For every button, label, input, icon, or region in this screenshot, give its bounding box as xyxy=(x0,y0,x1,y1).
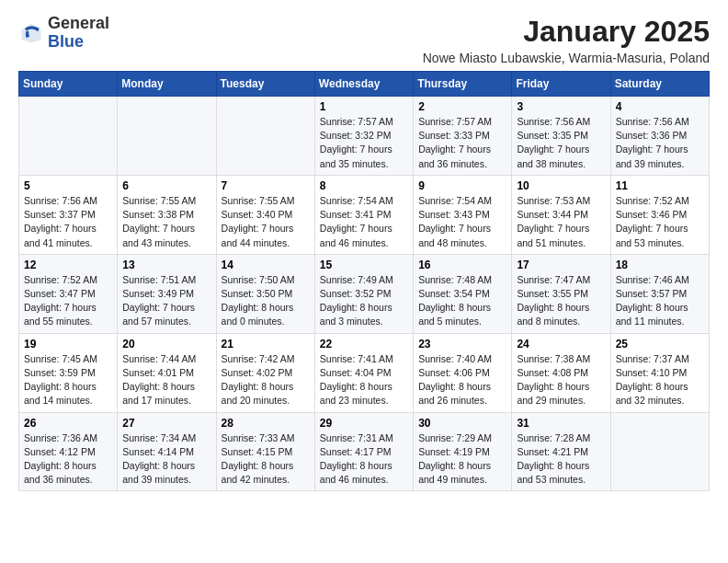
day-info: Sunrise: 7:57 AM Sunset: 3:32 PM Dayligh… xyxy=(320,115,408,171)
calendar-cell: 25Sunrise: 7:37 AM Sunset: 4:10 PM Dayli… xyxy=(610,333,709,412)
calendar-cell: 6Sunrise: 7:55 AM Sunset: 3:38 PM Daylig… xyxy=(118,175,216,254)
logo: General Blue xyxy=(18,15,109,52)
calendar-cell: 21Sunrise: 7:42 AM Sunset: 4:02 PM Dayli… xyxy=(216,333,314,412)
calendar-cell: 12Sunrise: 7:52 AM Sunset: 3:47 PM Dayli… xyxy=(19,254,118,333)
day-info: Sunrise: 7:55 AM Sunset: 3:40 PM Dayligh… xyxy=(222,194,310,250)
calendar-body: 1Sunrise: 7:57 AM Sunset: 3:32 PM Daylig… xyxy=(19,97,710,491)
day-number: 19 xyxy=(24,338,112,350)
calendar-cell: 7Sunrise: 7:55 AM Sunset: 3:40 PM Daylig… xyxy=(216,175,314,254)
day-number: 26 xyxy=(24,417,112,430)
day-number: 31 xyxy=(517,417,605,430)
day-number: 17 xyxy=(517,259,605,271)
calendar-cell: 9Sunrise: 7:54 AM Sunset: 3:43 PM Daylig… xyxy=(414,175,512,254)
calendar-week-4: 19Sunrise: 7:45 AM Sunset: 3:59 PM Dayli… xyxy=(19,333,710,412)
day-number: 1 xyxy=(320,100,408,113)
day-info: Sunrise: 7:56 AM Sunset: 3:37 PM Dayligh… xyxy=(24,194,112,250)
calendar-cell: 20Sunrise: 7:44 AM Sunset: 4:01 PM Dayli… xyxy=(118,333,216,412)
day-number: 27 xyxy=(122,417,210,430)
calendar-cell xyxy=(610,412,709,491)
calendar-cell: 24Sunrise: 7:38 AM Sunset: 4:08 PM Dayli… xyxy=(512,333,610,412)
calendar-cell: 22Sunrise: 7:41 AM Sunset: 4:04 PM Dayli… xyxy=(314,333,413,412)
calendar-cell: 26Sunrise: 7:36 AM Sunset: 4:12 PM Dayli… xyxy=(19,412,118,491)
day-number: 23 xyxy=(418,338,506,350)
calendar-cell: 5Sunrise: 7:56 AM Sunset: 3:37 PM Daylig… xyxy=(19,175,118,254)
weekday-header-thursday: Thursday xyxy=(414,72,512,97)
day-info: Sunrise: 7:34 AM Sunset: 4:14 PM Dayligh… xyxy=(122,431,210,488)
calendar-cell: 28Sunrise: 7:33 AM Sunset: 4:15 PM Dayli… xyxy=(216,412,314,491)
day-number: 24 xyxy=(517,338,605,350)
weekday-header-row: SundayMondayTuesdayWednesdayThursdayFrid… xyxy=(19,72,710,97)
day-info: Sunrise: 7:54 AM Sunset: 3:41 PM Dayligh… xyxy=(320,194,408,250)
day-number: 6 xyxy=(122,179,210,192)
day-number: 29 xyxy=(320,417,408,430)
day-info: Sunrise: 7:48 AM Sunset: 3:54 PM Dayligh… xyxy=(418,273,506,329)
weekday-header-saturday: Saturday xyxy=(610,72,709,97)
day-number: 13 xyxy=(122,259,210,271)
calendar-cell: 16Sunrise: 7:48 AM Sunset: 3:54 PM Dayli… xyxy=(414,254,512,333)
day-number: 2 xyxy=(418,100,506,113)
day-info: Sunrise: 7:45 AM Sunset: 3:59 PM Dayligh… xyxy=(24,352,112,408)
weekday-header-tuesday: Tuesday xyxy=(216,72,314,97)
day-number: 15 xyxy=(320,259,408,271)
calendar-table: SundayMondayTuesdayWednesdayThursdayFrid… xyxy=(18,71,710,491)
calendar-cell: 13Sunrise: 7:51 AM Sunset: 3:49 PM Dayli… xyxy=(118,254,216,333)
calendar-cell: 18Sunrise: 7:46 AM Sunset: 3:57 PM Dayli… xyxy=(610,254,709,333)
day-info: Sunrise: 7:41 AM Sunset: 4:04 PM Dayligh… xyxy=(320,352,408,408)
weekday-header-monday: Monday xyxy=(118,72,216,97)
weekday-header-wednesday: Wednesday xyxy=(314,72,413,97)
logo-icon xyxy=(18,20,44,46)
day-info: Sunrise: 7:29 AM Sunset: 4:19 PM Dayligh… xyxy=(418,431,506,488)
day-info: Sunrise: 7:38 AM Sunset: 4:08 PM Dayligh… xyxy=(517,352,605,408)
day-info: Sunrise: 7:47 AM Sunset: 3:55 PM Dayligh… xyxy=(517,273,605,329)
day-number: 5 xyxy=(24,179,112,192)
day-info: Sunrise: 7:55 AM Sunset: 3:38 PM Dayligh… xyxy=(122,194,210,250)
day-info: Sunrise: 7:57 AM Sunset: 3:33 PM Dayligh… xyxy=(418,115,506,171)
calendar-cell: 14Sunrise: 7:50 AM Sunset: 3:50 PM Dayli… xyxy=(216,254,314,333)
calendar-cell: 2Sunrise: 7:57 AM Sunset: 3:33 PM Daylig… xyxy=(414,97,512,176)
calendar-cell: 8Sunrise: 7:54 AM Sunset: 3:41 PM Daylig… xyxy=(314,175,413,254)
day-info: Sunrise: 7:56 AM Sunset: 3:36 PM Dayligh… xyxy=(616,115,704,171)
day-info: Sunrise: 7:52 AM Sunset: 3:46 PM Dayligh… xyxy=(616,194,704,250)
calendar-week-3: 12Sunrise: 7:52 AM Sunset: 3:47 PM Dayli… xyxy=(19,254,710,333)
calendar-cell xyxy=(216,97,314,176)
page-header: General Blue January 2025 Nowe Miasto Lu… xyxy=(18,15,710,65)
calendar-cell: 15Sunrise: 7:49 AM Sunset: 3:52 PM Dayli… xyxy=(314,254,413,333)
day-number: 8 xyxy=(320,179,408,192)
day-info: Sunrise: 7:33 AM Sunset: 4:15 PM Dayligh… xyxy=(222,431,310,488)
calendar-cell: 27Sunrise: 7:34 AM Sunset: 4:14 PM Dayli… xyxy=(118,412,216,491)
title-block: January 2025 Nowe Miasto Lubawskie, Warm… xyxy=(423,15,710,65)
day-number: 22 xyxy=(320,338,408,350)
calendar-cell: 31Sunrise: 7:28 AM Sunset: 4:21 PM Dayli… xyxy=(512,412,610,491)
location: Nowe Miasto Lubawskie, Warmia-Masuria, P… xyxy=(423,51,710,65)
day-info: Sunrise: 7:56 AM Sunset: 3:35 PM Dayligh… xyxy=(517,115,605,171)
day-info: Sunrise: 7:28 AM Sunset: 4:21 PM Dayligh… xyxy=(517,431,605,488)
calendar-cell: 11Sunrise: 7:52 AM Sunset: 3:46 PM Dayli… xyxy=(610,175,709,254)
month-title: January 2025 xyxy=(423,15,710,49)
calendar-cell xyxy=(118,97,216,176)
day-info: Sunrise: 7:53 AM Sunset: 3:44 PM Dayligh… xyxy=(517,194,605,250)
day-number: 7 xyxy=(222,179,310,192)
day-info: Sunrise: 7:37 AM Sunset: 4:10 PM Dayligh… xyxy=(616,352,704,408)
day-number: 21 xyxy=(222,338,310,350)
calendar-cell: 10Sunrise: 7:53 AM Sunset: 3:44 PM Dayli… xyxy=(512,175,610,254)
day-number: 4 xyxy=(616,100,704,113)
day-number: 18 xyxy=(616,259,704,271)
day-number: 11 xyxy=(616,179,704,192)
day-number: 28 xyxy=(222,417,310,430)
day-info: Sunrise: 7:54 AM Sunset: 3:43 PM Dayligh… xyxy=(418,194,506,250)
day-info: Sunrise: 7:31 AM Sunset: 4:17 PM Dayligh… xyxy=(320,431,408,488)
calendar-cell xyxy=(19,97,118,176)
day-number: 14 xyxy=(222,259,310,271)
logo-text: General Blue xyxy=(48,15,109,52)
day-number: 12 xyxy=(24,259,112,271)
day-info: Sunrise: 7:46 AM Sunset: 3:57 PM Dayligh… xyxy=(616,273,704,329)
day-number: 9 xyxy=(418,179,506,192)
calendar-cell: 4Sunrise: 7:56 AM Sunset: 3:36 PM Daylig… xyxy=(610,97,709,176)
day-info: Sunrise: 7:49 AM Sunset: 3:52 PM Dayligh… xyxy=(320,273,408,329)
day-number: 16 xyxy=(418,259,506,271)
day-info: Sunrise: 7:40 AM Sunset: 4:06 PM Dayligh… xyxy=(418,352,506,408)
day-number: 20 xyxy=(122,338,210,350)
calendar-cell: 30Sunrise: 7:29 AM Sunset: 4:19 PM Dayli… xyxy=(414,412,512,491)
calendar-header: SundayMondayTuesdayWednesdayThursdayFrid… xyxy=(19,72,710,97)
calendar-cell: 29Sunrise: 7:31 AM Sunset: 4:17 PM Dayli… xyxy=(314,412,413,491)
